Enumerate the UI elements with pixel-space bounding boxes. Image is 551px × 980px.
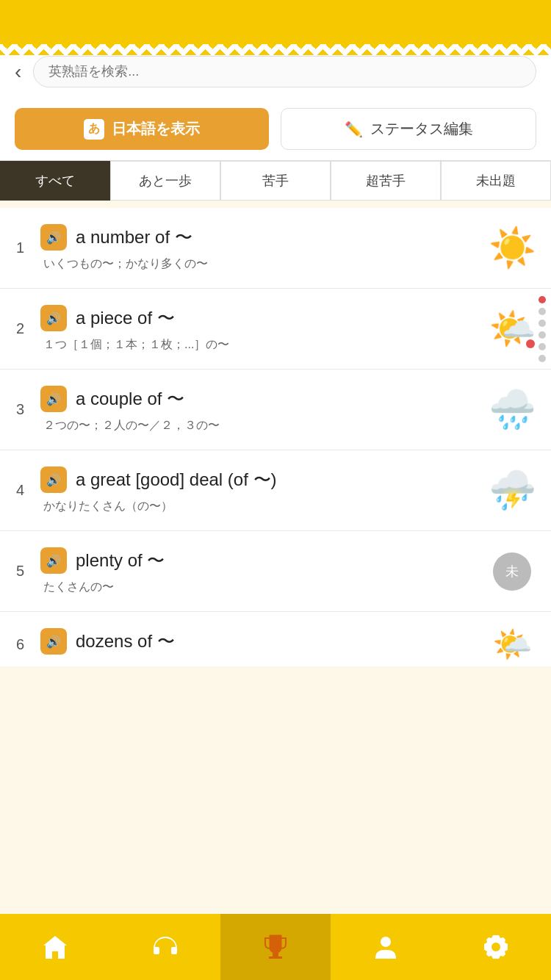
status-icon: ⛈️	[486, 468, 538, 513]
item-meaning: たくさんの〜	[40, 580, 486, 595]
rain-icon: 🌧️	[489, 387, 536, 432]
home-icon	[40, 932, 70, 962]
back-button[interactable]: ‹	[15, 62, 21, 82]
dot	[539, 343, 546, 350]
tab-almost[interactable]: あと一歩	[110, 161, 220, 201]
status-icon: 🌤️	[486, 306, 538, 351]
nav-headphones[interactable]	[110, 914, 220, 980]
item-number: 6	[0, 636, 40, 653]
item-content: 🔊 a couple of 〜 ２つの〜；２人の〜／２，３の〜	[40, 386, 486, 433]
status-icon: ☀️	[486, 226, 538, 270]
show-japanese-label: 日本語を表示	[112, 119, 200, 139]
speaker-icon: 🔊	[46, 635, 61, 649]
speaker-icon: 🔊	[46, 392, 61, 406]
thunder-icon: ⛈️	[489, 468, 536, 513]
item-phrase: a couple of 〜	[76, 387, 184, 411]
list-item[interactable]: 1 🔊 a number of 〜 いくつもの〜；かなり多くの〜 ☀️	[0, 208, 551, 289]
bottom-nav	[0, 914, 551, 980]
speaker-icon: 🔊	[46, 473, 61, 487]
item-content: 🔊 a number of 〜 いくつもの〜；かなり多くの〜	[40, 224, 486, 272]
audio-button[interactable]: 🔊	[40, 466, 67, 493]
item-meaning: かなりたくさん（の〜）	[40, 499, 486, 514]
dot	[539, 308, 546, 315]
audio-button[interactable]: 🔊	[40, 224, 67, 251]
tabs-row: すべて あと一歩 苦手 超苦手 未出題	[0, 160, 551, 201]
status-icon: 🌤️	[486, 625, 538, 663]
gear-icon	[481, 932, 511, 962]
dot	[539, 355, 546, 362]
edit-status-button[interactable]: ✏️ ステータス編集	[281, 108, 536, 150]
item-content: 🔊 a piece of 〜 １つ［１個；１本；１枚；...］の〜	[40, 305, 486, 353]
buttons-row: あ 日本語を表示 ✏️ ステータス編集	[0, 98, 551, 160]
nav-gear[interactable]	[441, 914, 551, 980]
status-icon: 未	[486, 552, 538, 591]
item-meaning: ２つの〜；２人の〜／２，３の〜	[40, 418, 486, 433]
item-phrase: dozens of 〜	[76, 630, 175, 653]
scroll-indicator	[533, 289, 551, 369]
list-item[interactable]: 2 🔊 a piece of 〜 １つ［１個；１本；１枚；...］の〜 🌤️	[0, 289, 551, 370]
trophy-icon	[259, 931, 292, 963]
audio-button[interactable]: 🔊	[40, 386, 67, 412]
item-phrase: a number of 〜	[76, 226, 192, 249]
nav-person[interactable]	[331, 914, 441, 980]
item-number: 3	[0, 401, 40, 418]
item-number: 5	[0, 563, 40, 580]
dot	[539, 331, 546, 339]
status-icon: 🌧️	[486, 387, 538, 432]
japanese-icon: あ	[84, 119, 104, 140]
item-number: 2	[0, 320, 40, 337]
svg-rect-1	[269, 956, 282, 959]
pencil-icon: ✏️	[345, 120, 363, 138]
dot	[539, 296, 546, 303]
word-list: 1 🔊 a number of 〜 いくつもの〜；かなり多くの〜 ☀️ 2 🔊 …	[0, 208, 551, 666]
show-japanese-button[interactable]: あ 日本語を表示	[15, 108, 269, 150]
audio-button[interactable]: 🔊	[40, 547, 67, 574]
nav-trophy[interactable]	[220, 914, 331, 980]
item-number: 1	[0, 239, 40, 256]
partial-icon: 🌤️	[492, 625, 533, 663]
item-number: 4	[0, 482, 40, 499]
top-banner	[0, 0, 551, 44]
audio-button[interactable]: 🔊	[40, 628, 67, 655]
item-meaning: １つ［１個；１本；１枚；...］の〜	[40, 337, 486, 353]
headphones-icon	[149, 931, 181, 963]
person-icon	[371, 932, 400, 962]
dot	[539, 320, 546, 327]
item-phrase: a piece of 〜	[76, 306, 175, 330]
list-item-partial[interactable]: 6 🔊 dozens of 〜 🌤️	[0, 612, 551, 666]
tab-all[interactable]: すべて	[0, 161, 110, 201]
tab-unasked[interactable]: 未出題	[441, 161, 551, 201]
nav-home[interactable]	[0, 914, 110, 980]
item-content: 🔊 plenty of 〜 たくさんの〜	[40, 547, 486, 595]
item-content: 🔊 dozens of 〜	[40, 628, 486, 660]
speaker-icon: 🔊	[46, 311, 61, 325]
svg-rect-0	[273, 953, 278, 956]
tab-very-bad[interactable]: 超苦手	[331, 161, 441, 201]
unread-badge: 未	[493, 552, 531, 591]
tab-bad[interactable]: 苦手	[220, 161, 331, 201]
item-meaning: いくつもの〜；かなり多くの〜	[40, 256, 486, 272]
item-phrase: plenty of 〜	[76, 549, 165, 572]
speaker-icon: 🔊	[46, 231, 61, 245]
list-item[interactable]: 3 🔊 a couple of 〜 ２つの〜；２人の〜／２，３の〜 🌧️	[0, 370, 551, 450]
edit-status-label: ステータス編集	[370, 119, 473, 139]
audio-button[interactable]: 🔊	[40, 305, 67, 331]
item-content: 🔊 a great [good] deal (of 〜) かなりたくさん（の〜）	[40, 466, 486, 514]
svg-point-2	[381, 937, 391, 947]
speaker-icon: 🔊	[46, 554, 61, 568]
sun-icon: ☀️	[489, 226, 536, 270]
item-phrase: a great [good] deal (of 〜)	[76, 468, 277, 491]
search-input[interactable]	[33, 56, 536, 87]
svg-point-3	[491, 943, 500, 951]
list-item[interactable]: 4 🔊 a great [good] deal (of 〜) かなりたくさん（の…	[0, 450, 551, 531]
list-item[interactable]: 5 🔊 plenty of 〜 たくさんの〜 未	[0, 531, 551, 612]
